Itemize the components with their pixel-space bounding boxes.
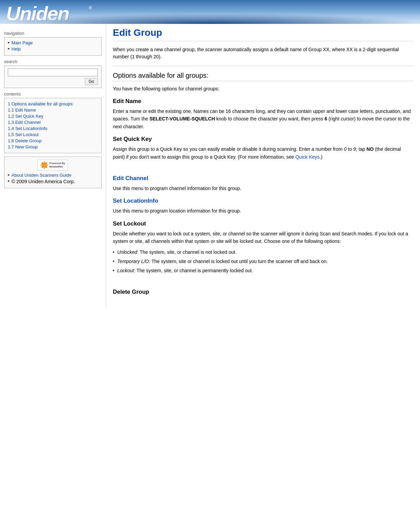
search-label: search [4, 59, 102, 64]
sidebar: navigation Main Page Help search Go cont… [0, 24, 106, 192]
contents-link-7[interactable]: 1.6 Delete Group [8, 138, 42, 143]
contents-link-8[interactable]: 1.7 New Group [8, 144, 38, 149]
lockout-italic: Lockout [117, 268, 134, 273]
contents-list: 1 Options available for all groups: 1.1 … [8, 101, 98, 149]
intro-text: When you create a new channel group, the… [113, 46, 413, 60]
mediawiki-logo: Powered By MediaWiki [38, 160, 68, 171]
contents-item-4[interactable]: 1.3 Edit Channel [8, 119, 98, 125]
logo-area: Uniden ® [0, 0, 420, 24]
footer-item-about[interactable]: About Uniden Scanners Guide [8, 173, 98, 178]
main-layout: navigation Main Page Help search Go cont… [0, 24, 420, 308]
lockout-option-unlocked: Unlocked: The system, site, or channel i… [113, 249, 413, 256]
contents-item-6[interactable]: 1.5 Set Lockout [8, 132, 98, 137]
contents-link-5[interactable]: 1.4 Set LocationInfo [8, 126, 47, 131]
nav-item-main[interactable]: Main Page [8, 40, 98, 45]
navigation-label: navigation [4, 31, 102, 36]
edit-name-text: Enter a name or edit the existing one. N… [113, 107, 413, 130]
search-row: Go [8, 78, 98, 85]
search-input[interactable] [8, 69, 98, 76]
contents-link-3[interactable]: 1.2 Set Quick Key [8, 114, 43, 119]
mediawiki-inner: Powered By MediaWiki [41, 161, 65, 169]
svg-text:®: ® [89, 5, 92, 11]
edit-name-heading: Edit Name [113, 98, 413, 105]
section-divider [113, 66, 413, 66]
nav-link-main[interactable]: Main Page [12, 40, 33, 45]
delete-group-heading: Delete Group [113, 289, 413, 295]
select-volume-bold: SELECT-VOLUME-SQUELCH [149, 116, 215, 121]
nav-item-help[interactable]: Help [8, 46, 98, 52]
page-header: Uniden ® [0, 0, 420, 24]
set-location-text: Use this menu to program location inform… [113, 207, 413, 215]
edit-channel-text: Use this menu to program channel informa… [113, 185, 413, 192]
footer-box: Powered By MediaWiki About Uniden Scanne… [4, 157, 102, 188]
mediawiki-text: Powered By MediaWiki [49, 162, 65, 168]
contents-item-5[interactable]: 1.4 Set LocationInfo [8, 126, 98, 131]
six-bold: 6 [325, 116, 327, 121]
quick-key-heading: Set Quick Key [113, 136, 413, 143]
footer-link-about[interactable]: About Uniden Scanners Guide [12, 173, 72, 178]
contents-item-8[interactable]: 1.7 New Group [8, 144, 98, 149]
options-sub-text: You have the following options for chann… [113, 85, 413, 92]
contents-box: 1 Options available for all groups: 1.1 … [4, 98, 102, 153]
set-lockout-text: Decide whether you want to lock out a sy… [113, 230, 413, 245]
page-title: Edit Group [113, 27, 413, 41]
lockout-perm-text: Lockout: The system, site, or channel is… [117, 267, 253, 274]
edit-channel-heading: Edit Channel [113, 175, 413, 182]
main-content: Edit Group When you create a new channel… [106, 24, 420, 308]
nav-link-help[interactable]: Help [12, 46, 21, 52]
unlocked-italic: Unlocked [117, 249, 137, 255]
contents-item-3[interactable]: 1.2 Set Quick Key [8, 113, 98, 119]
contents-link-1[interactable]: 1 Options available for all groups: [8, 101, 74, 106]
temporary-italic: Temporary L/O [117, 259, 149, 264]
contents-link-4[interactable]: 1.3 Edit Channel [8, 120, 41, 125]
go-button[interactable]: Go [85, 78, 98, 85]
mediawiki-flower-icon [41, 161, 48, 169]
zero-italic: 0 [344, 146, 347, 152]
set-location-heading: Set LocationInfo [113, 198, 413, 204]
contents-label: contents [4, 91, 102, 97]
svg-text:Uniden: Uniden [6, 3, 69, 24]
contents-link-6[interactable]: 1.5 Set Lockout [8, 132, 39, 137]
nav-list: Main Page Help [8, 40, 98, 52]
lockout-unlocked-text: Unlocked: The system, site, or channel i… [117, 249, 237, 256]
no-bold: NO [366, 146, 374, 152]
search-box: Go [4, 66, 102, 88]
lockout-options-list: Unlocked: The system, site, or channel i… [113, 249, 413, 274]
mediawiki-badge: Powered By MediaWiki [8, 160, 98, 171]
lockout-option-temporary: Temporary L/O: The system, site or chann… [113, 258, 413, 265]
footer-item-copyright: © 2009 Uniden America Corp. [8, 179, 98, 184]
navigation-box: Main Page Help [4, 37, 102, 56]
footer-nav-list: About Uniden Scanners Guide © 2009 Unide… [8, 173, 98, 184]
nine-italic: 9 [353, 146, 356, 152]
options-heading: Options available for all groups: [113, 72, 413, 81]
quick-key-text: Assign this group to a Quick Key so you … [113, 145, 413, 161]
logo: Uniden ® [6, 8, 95, 24]
quick-keys-link[interactable]: Quick Keys [295, 154, 319, 160]
contents-item-2[interactable]: 1.1 Edit Name [8, 107, 98, 113]
contents-item-7[interactable]: 1.6 Delete Group [8, 138, 98, 143]
contents-link-2[interactable]: 1.1 Edit Name [8, 107, 36, 113]
lockout-option-lockout: Lockout: The system, site, or channel is… [113, 267, 413, 274]
uniden-logo-svg: Uniden ® [6, 3, 95, 24]
set-lockout-heading: Set Lockout [113, 220, 413, 227]
copyright-text: © 2009 Uniden America Corp. [12, 179, 75, 184]
lockout-temporary-text: Temporary L/O: The system, site or chann… [117, 258, 328, 265]
contents-item-1[interactable]: 1 Options available for all groups: [8, 101, 98, 106]
